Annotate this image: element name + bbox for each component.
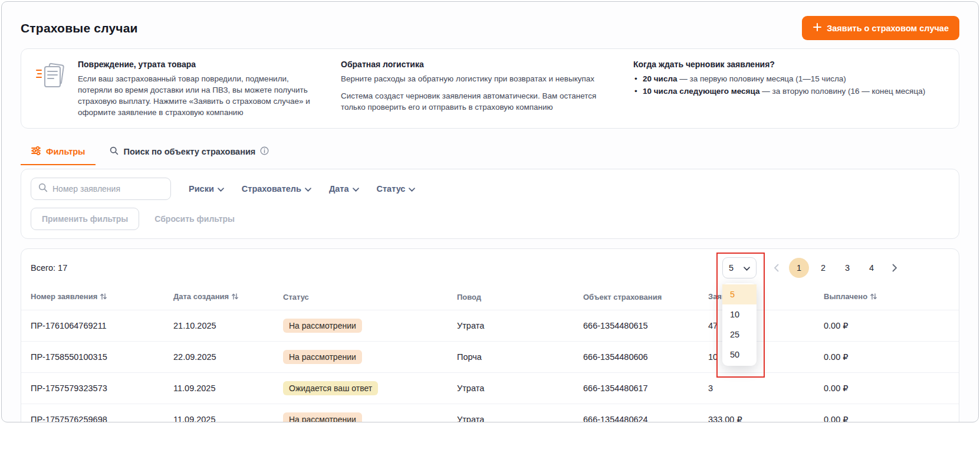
paid-amount: 0.00 ₽ xyxy=(814,404,959,422)
paid-amount: 0.00 ₽ xyxy=(814,310,959,341)
chevron-down-icon xyxy=(409,184,415,194)
tab-search-by-object[interactable]: Поиск по объекту страхования xyxy=(99,140,279,165)
table-row[interactable]: ПР-1757576259698 11.09.2025 На рассмотре… xyxy=(21,404,959,422)
search-icon xyxy=(110,146,119,157)
claims-table: Номер заявления Дата создания Статус Пов… xyxy=(21,284,959,422)
col-reason: Повод xyxy=(448,284,574,310)
claim-number: ПР-1758550100315 xyxy=(21,341,164,372)
page-title: Страховые случаи xyxy=(21,21,138,35)
chevron-down-icon xyxy=(218,184,224,194)
col-insured-object: Объект страхования xyxy=(574,284,699,310)
claimed-amount: 333.00 ₽ xyxy=(699,404,814,422)
chevron-down-icon xyxy=(744,263,750,273)
insured-object: 666-1354480606 xyxy=(574,341,699,372)
claimed-amount: 47 xyxy=(699,310,814,341)
status-badge: На рассмотрении xyxy=(283,350,362,364)
insured-object: 666-1354480615 xyxy=(574,310,699,341)
banner-logistics-section: Обратная логистика Верните расходы за об… xyxy=(341,60,605,119)
banner-logistics-text-1: Верните расходы за обратную логистику пр… xyxy=(341,73,605,84)
tab-filters[interactable]: Фильтры xyxy=(21,140,96,165)
documents-icon xyxy=(35,60,70,119)
insurance-claims-page: Страховые случаи Заявить о страховом слу… xyxy=(1,1,979,422)
claim-number: ПР-1757576259698 xyxy=(21,404,164,422)
page-button[interactable]: 2 xyxy=(813,258,833,278)
table-row[interactable]: ПР-1758550100315 22.09.2025 На рассмотре… xyxy=(21,341,959,372)
paid-amount: 0.00 ₽ xyxy=(814,372,959,404)
page-button[interactable]: 3 xyxy=(837,258,857,278)
banner-logistics-title: Обратная логистика xyxy=(341,60,605,69)
col-created-date[interactable]: Дата создания xyxy=(164,284,274,310)
page-header: Страховые случаи Заявить о страховом слу… xyxy=(11,11,969,40)
filter-sliders-icon xyxy=(31,146,41,157)
draft-schedule-list: 20 числа — за первую половину месяца (1—… xyxy=(633,73,945,98)
page-button[interactable]: 1 xyxy=(789,258,809,278)
dropdown-date[interactable]: Дата xyxy=(329,184,359,194)
sort-icon[interactable] xyxy=(231,293,239,302)
chevron-down-icon xyxy=(353,184,359,194)
page-button[interactable]: 4 xyxy=(861,258,882,278)
tabs: Фильтры Поиск по объекту страхования xyxy=(21,140,959,165)
tab-filters-label: Фильтры xyxy=(46,147,85,156)
col-claim-number[interactable]: Номер заявления xyxy=(21,284,164,310)
dropdown-insurer[interactable]: Страхователь xyxy=(242,184,311,194)
page-size-menu: 5 10 25 50 xyxy=(722,283,757,366)
claim-number-search-field[interactable] xyxy=(31,178,171,200)
banner-draft-title: Когда ждать черновик заявления? xyxy=(633,60,945,69)
tab-search-label: Поиск по объекту страхования xyxy=(123,147,255,156)
claimed-amount: 10 xyxy=(699,341,814,372)
chevron-down-icon xyxy=(305,184,311,194)
reason: Утрата xyxy=(448,372,574,404)
dropdown-status[interactable]: Статус xyxy=(377,184,416,194)
status-badge: Ожидается ваш ответ xyxy=(283,381,378,395)
search-icon xyxy=(38,183,48,195)
claim-number-search-input[interactable] xyxy=(52,184,163,194)
report-claim-button[interactable]: Заявить о страховом случае xyxy=(802,16,959,40)
col-status: Статус xyxy=(274,284,448,310)
created-date: 11.09.2025 xyxy=(164,404,274,422)
page-size-value: 5 xyxy=(729,263,734,273)
sort-icon[interactable] xyxy=(100,293,107,302)
banner-draft-section: Когда ждать черновик заявления? 20 числа… xyxy=(633,60,945,119)
page-size-option[interactable]: 50 xyxy=(722,345,757,365)
insured-object: 666-1354480624 xyxy=(574,404,699,422)
banner-damage-section: Повреждение, утрата товара Если ваш заст… xyxy=(35,60,313,119)
prev-page-button[interactable] xyxy=(767,258,785,278)
sort-icon[interactable] xyxy=(870,293,877,302)
status-badge: На рассмотрении xyxy=(283,412,362,422)
created-date: 22.09.2025 xyxy=(164,341,274,372)
created-date: 21.10.2025 xyxy=(164,310,274,341)
dropdown-risks[interactable]: Риски xyxy=(189,184,224,194)
reset-filters-button[interactable]: Сбросить фильтры xyxy=(154,214,235,224)
page-size-control: 5 5 10 25 50 xyxy=(722,257,757,278)
page-size-select[interactable]: 5 xyxy=(722,257,757,278)
reason: Утрата xyxy=(448,310,574,341)
claim-number: ПР-1761064769211 xyxy=(21,310,164,341)
banner-logistics-text-2: Система создаст черновик заявления автом… xyxy=(341,90,605,113)
status-badge: На рассмотрении xyxy=(283,319,362,333)
claim-number: ПР-1757579323573 xyxy=(21,372,164,404)
info-banner: Повреждение, утрата товара Если ваш заст… xyxy=(21,48,959,129)
reason: Утрата xyxy=(448,404,574,422)
table-row[interactable]: ПР-1761064769211 21.10.2025 На рассмотре… xyxy=(21,310,959,341)
banner-damage-text: Если ваш застрахованный товар повредили,… xyxy=(78,73,313,119)
next-page-button[interactable] xyxy=(886,258,903,278)
page-size-option[interactable]: 5 xyxy=(722,284,757,304)
page-size-option[interactable]: 10 xyxy=(722,304,757,325)
col-claimed[interactable]: Заявлено xyxy=(699,284,814,310)
claims-table-card: Всего: 17 5 5 10 25 50 xyxy=(21,248,959,422)
table-row[interactable]: ПР-1757579323573 11.09.2025 Ожидается ва… xyxy=(21,372,959,404)
pagination: 1 2 3 4 xyxy=(767,258,903,278)
page-size-option[interactable]: 25 xyxy=(722,325,757,345)
plus-icon xyxy=(813,22,822,34)
info-icon xyxy=(260,146,269,157)
created-date: 11.09.2025 xyxy=(164,372,274,404)
filter-card: Риски Страхователь Дата Статус Применить… xyxy=(21,169,959,239)
banner-damage-title: Повреждение, утрата товара xyxy=(78,60,313,69)
report-claim-label: Заявить о страховом случае xyxy=(827,24,949,33)
apply-filters-button[interactable]: Применить фильтры xyxy=(31,208,139,230)
total-count: Всего: 17 xyxy=(31,263,67,273)
draft-schedule-item: 20 числа — за первую половину месяца (1—… xyxy=(633,73,945,86)
draft-schedule-item: 10 числа следующего месяца — за вторую п… xyxy=(633,86,945,98)
col-paid[interactable]: Выплачено xyxy=(814,284,959,310)
reason: Порча xyxy=(448,341,574,372)
